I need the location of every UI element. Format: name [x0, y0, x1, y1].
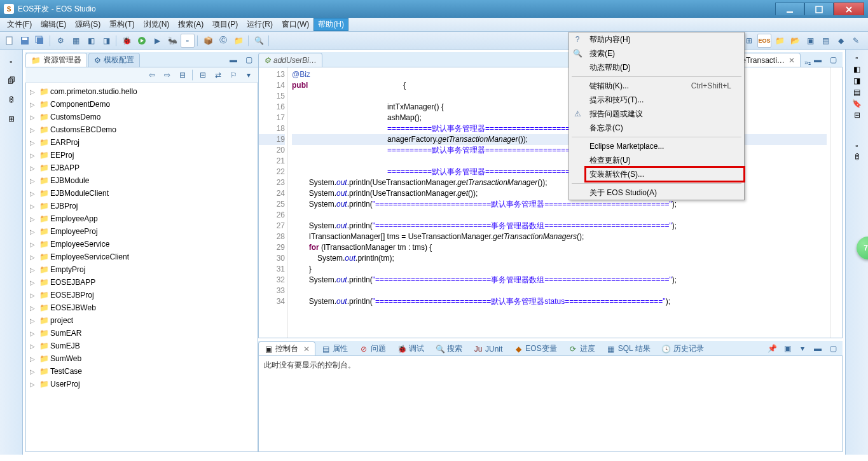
perspective-btn[interactable]: 📁	[773, 34, 787, 48]
tab-debug[interactable]: 🐞调试	[392, 341, 430, 355]
menu-project[interactable]: 项目(P)	[208, 18, 242, 31]
trim-button[interactable]: ▫	[855, 53, 858, 62]
close-tab-icon[interactable]: ✕	[789, 56, 795, 65]
tree-item[interactable]: ▷📁EmployeeService	[26, 238, 258, 251]
tool-btn[interactable]: ⚙	[53, 34, 67, 48]
tree-item[interactable]: ▷📁EmployeeServiceClient	[26, 251, 258, 263]
editor-overflow[interactable]: »₂	[804, 58, 811, 67]
perspective-btn[interactable]: 📂	[788, 34, 802, 48]
tool-btn[interactable]: ◧	[84, 34, 98, 48]
tree-item[interactable]: ▷📁CustomsDemo	[26, 111, 258, 123]
tree-item[interactable]: ▷📁EARProj	[26, 136, 258, 149]
code-editor[interactable]: 1314151617181920212223242526272829303132…	[258, 67, 843, 338]
menu-help[interactable]: 帮助(H)	[313, 18, 348, 31]
help-menu-item[interactable]: 安装新软件(S)...	[586, 167, 744, 181]
trim-button[interactable]: ◧	[853, 65, 860, 74]
tree-item[interactable]: ▷📁EJBModuleClient	[26, 187, 258, 200]
project-tree[interactable]: ▷📁com.primeton.studio.hello▷📁ComponentDe…	[25, 83, 258, 452]
class-button[interactable]: Ⓒ	[216, 34, 230, 48]
menu-refactor[interactable]: 重构(T)	[105, 18, 139, 31]
maximize-view-button[interactable]: ▢	[242, 53, 256, 67]
menu-edit[interactable]: 编辑(E)	[36, 18, 71, 31]
tool-btn[interactable]: ◨	[99, 34, 113, 48]
menu-file[interactable]: 文件(F)	[3, 18, 36, 31]
help-menu-item[interactable]: 关于 EOS Studio(A)	[586, 186, 744, 200]
perspective-btn[interactable]: ✎	[849, 34, 863, 48]
debug-button[interactable]: 🐞	[120, 34, 134, 48]
maximize-button[interactable]	[804, 3, 834, 15]
tree-item[interactable]: ▷📁CustomsEBCDemo	[26, 123, 258, 136]
forward-button[interactable]: ⇨	[160, 68, 174, 82]
menu-search[interactable]: 搜索(A)	[174, 18, 208, 31]
package-button[interactable]: 📦	[201, 34, 215, 48]
view-menu-button[interactable]: ▾	[796, 341, 809, 355]
tab-problems[interactable]: ⊘问题	[354, 341, 392, 355]
tree-item[interactable]: ▷📁com.primeton.studio.hello	[26, 85, 258, 98]
run-ext-button[interactable]: ▶	[150, 34, 164, 48]
tree-item[interactable]: ▷📁EmployeeProj	[26, 225, 258, 238]
minimize-button[interactable]	[775, 3, 804, 15]
filter-button[interactable]: ⚐	[226, 68, 240, 82]
trim-button[interactable]: 🛢	[853, 153, 861, 162]
perspective-eos[interactable]: EOS	[757, 34, 771, 48]
help-menu-item[interactable]: 键辅助(K)...Ctrl+Shift+L	[586, 79, 744, 93]
perspective-btn[interactable]: ▣	[803, 34, 817, 48]
collapse-all-button[interactable]: ⊟	[196, 68, 210, 82]
perspective-btn[interactable]: ▤	[818, 34, 832, 48]
tab-search[interactable]: 🔍搜索	[430, 341, 468, 355]
pin-button[interactable]: 📌	[765, 341, 779, 355]
view-menu-button[interactable]: ▾	[242, 68, 256, 82]
code-content[interactable]: @Bizpubl { intTxManager() { ashMap();	[288, 67, 830, 338]
tree-item[interactable]: ▷📁SumWeb	[26, 352, 258, 365]
tab-properties[interactable]: ▤属性	[315, 341, 354, 355]
tree-item[interactable]: ▷📁EOSEJBProj	[26, 289, 258, 301]
editor-tab[interactable]: ⚙addUserBi…	[258, 53, 322, 67]
tree-item[interactable]: ▷📁EEProj	[26, 149, 258, 162]
menu-window[interactable]: 窗口(W)	[277, 18, 313, 31]
trim-button[interactable]: ▫	[5, 53, 18, 70]
help-menu-item[interactable]: 备忘录(C)	[586, 121, 744, 135]
trim-button[interactable]: ▤	[853, 88, 860, 97]
maximize-view-button[interactable]: ▢	[826, 341, 840, 355]
display-button[interactable]: ▣	[780, 341, 794, 355]
link-editor-button[interactable]: ⇄	[211, 68, 225, 82]
help-menu-item[interactable]: 提示和技巧(T)...	[586, 93, 744, 107]
tree-item[interactable]: ▷📁UserProj	[26, 378, 258, 390]
tree-item[interactable]: ▷📁EmployeeApp	[26, 212, 258, 225]
tree-item[interactable]: ▷📁EJBModule	[26, 174, 258, 187]
minimize-view-button[interactable]: ▬	[226, 53, 240, 67]
help-menu-item[interactable]: 检查更新(U)	[586, 153, 744, 167]
help-menu-item[interactable]: ?帮助内容(H)	[586, 32, 744, 46]
search-button[interactable]: 🔍	[252, 34, 266, 48]
tool-btn[interactable]: ▦	[69, 34, 83, 48]
tree-item[interactable]: ▷📁TestCase	[26, 365, 258, 378]
tool-button[interactable]: ⊟	[176, 68, 189, 82]
new-button[interactable]	[3, 34, 17, 48]
help-menu-item[interactable]: 动态帮助(D)	[586, 60, 744, 74]
help-menu-item[interactable]: 🔍搜索(E)	[586, 46, 744, 60]
tree-item[interactable]: ▷📁EJBProj	[26, 200, 258, 212]
menu-run[interactable]: 运行(R)	[242, 18, 277, 31]
tree-item[interactable]: ▷📁SumEJB	[26, 340, 258, 352]
trim-button[interactable]: 🔖	[852, 99, 862, 108]
tab-resource-explorer[interactable]: 📁资源管理器	[25, 53, 87, 67]
help-menu-item[interactable]: ⚠报告问题或建议	[586, 107, 744, 121]
help-menu-item[interactable]: Eclipse Marketplace...	[586, 139, 744, 153]
tab-sql[interactable]: ▦SQL 结果	[601, 341, 656, 355]
tab-eosvar[interactable]: ◆EOS变量	[508, 341, 562, 355]
tree-item[interactable]: ▷📁EmptyProj	[26, 263, 258, 276]
tab-template-config[interactable]: ⚙模板配置	[88, 53, 140, 67]
menu-navigate[interactable]: 浏览(N)	[139, 18, 174, 31]
save-all-button[interactable]	[33, 34, 47, 48]
save-button[interactable]	[18, 34, 32, 48]
tab-progress[interactable]: ⟳进度	[563, 341, 601, 355]
folder-button[interactable]: 📁	[231, 34, 245, 48]
trim-button[interactable]: ◨	[853, 76, 860, 85]
minimize-editor-button[interactable]: ▬	[811, 53, 825, 67]
ant-button[interactable]: 🐜	[165, 34, 179, 48]
perspective-btn[interactable]: ◆	[834, 34, 848, 48]
menu-source[interactable]: 源码(S)	[71, 18, 105, 31]
tree-item[interactable]: ▷📁ComponentDemo	[26, 98, 258, 111]
close-button[interactable]	[834, 3, 864, 15]
tab-junit[interactable]: JuJUnit	[468, 341, 508, 355]
